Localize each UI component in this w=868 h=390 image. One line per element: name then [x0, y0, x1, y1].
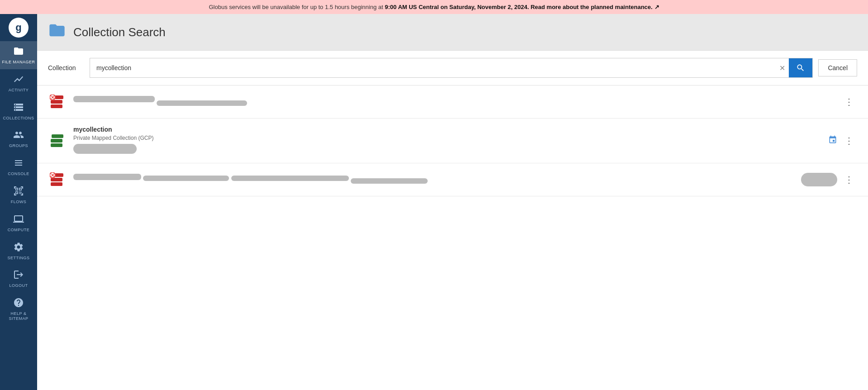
collection-tag — [73, 144, 137, 154]
collection-row: ✕ ⋮ — [37, 163, 868, 196]
redacted-type — [143, 176, 229, 181]
svg-rect-2 — [51, 105, 62, 108]
collection-actions: ⋮ — [841, 95, 857, 109]
page-title: Collection Search — [73, 25, 166, 39]
sidebar-item-label: FILE MANAGER — [2, 60, 35, 65]
collection-row: mycollection Private Mapped Collection (… — [37, 119, 868, 163]
settings-icon — [13, 242, 24, 254]
results-area: ✕ ⋮ — [37, 86, 868, 390]
svg-text:✕: ✕ — [51, 95, 54, 100]
svg-rect-1 — [51, 100, 62, 104]
collections-icon — [13, 102, 24, 114]
more-options-button[interactable]: ⋮ — [841, 172, 857, 187]
collection-info — [73, 96, 834, 108]
collection-icon — [48, 132, 66, 150]
collection-row: ✕ ⋮ — [37, 86, 868, 119]
clear-search-button[interactable]: ✕ — [776, 60, 789, 76]
content-area: Collection Search Collection ✕ Cancel — [37, 14, 868, 390]
banner-time: 9:00 AM US Central on Saturday, November… — [385, 4, 529, 10]
collection-actions: ⋮ — [828, 133, 857, 148]
svg-rect-11 — [51, 182, 62, 186]
help-icon — [13, 297, 24, 309]
collection-actions: ⋮ — [801, 172, 857, 187]
more-options-button[interactable]: ⋮ — [841, 133, 857, 148]
search-button[interactable] — [789, 58, 812, 77]
sidebar-item-label: ACTIVITY — [9, 88, 29, 93]
page-header-icon — [48, 21, 66, 43]
file-manager-icon — [13, 46, 24, 58]
sidebar-item-flows[interactable]: FLOWS — [0, 181, 37, 209]
collection-info — [73, 174, 794, 185]
sidebar-item-help[interactable]: HELP & SITEMAP — [0, 293, 37, 326]
search-input-wrapper: ✕ — [90, 58, 813, 78]
redacted-sub — [231, 176, 349, 181]
redacted-sub2 — [351, 178, 428, 184]
flows-icon — [13, 185, 24, 198]
more-options-button[interactable]: ⋮ — [841, 95, 857, 109]
sidebar-item-file-manager[interactable]: FILE MANAGER — [0, 41, 37, 69]
svg-rect-6 — [52, 134, 63, 138]
redacted-tag — [801, 173, 837, 186]
sidebar-item-groups[interactable]: GROUPS — [0, 125, 37, 153]
collection-info: mycollection Private Mapped Collection (… — [73, 126, 821, 156]
svg-rect-8 — [51, 143, 62, 147]
compute-icon — [13, 214, 24, 226]
search-label: Collection — [48, 64, 84, 71]
collection-type: Private Mapped Collection (GCP) — [73, 135, 821, 141]
logout-icon — [13, 269, 24, 281]
sidebar-item-label: GROUPS — [9, 143, 28, 148]
sidebar-item-console[interactable]: CONSOLE — [0, 153, 37, 181]
svg-rect-7 — [51, 139, 62, 143]
groups-icon — [13, 129, 24, 142]
sidebar-item-label: LOGOUT — [9, 283, 28, 288]
redacted-type — [157, 100, 247, 106]
sidebar-item-activity[interactable]: ACTIVITY — [0, 69, 37, 97]
sidebar-item-label: COLLECTIONS — [3, 116, 34, 121]
banner-link[interactable]: Read more about the planned maintenance.… — [530, 4, 659, 10]
maintenance-banner: Globus services will be unavailable for … — [0, 0, 868, 14]
svg-text:✕: ✕ — [51, 173, 54, 178]
logo-circle: g — [9, 18, 29, 38]
sidebar-item-logout[interactable]: LOGOUT — [0, 265, 37, 293]
sidebar-item-settings[interactable]: SETTINGS — [0, 237, 37, 265]
sidebar-item-label: FLOWS — [11, 200, 27, 205]
sidebar-item-label: SETTINGS — [7, 256, 29, 261]
redacted-name — [73, 96, 155, 102]
collection-icon: ✕ — [48, 93, 66, 111]
sidebar-item-label: COMPUTE — [8, 228, 30, 233]
collection-icon: ✕ — [48, 171, 66, 189]
activity-icon — [13, 74, 24, 86]
svg-rect-10 — [51, 178, 62, 181]
sidebar-logo[interactable]: g — [0, 14, 37, 41]
pin-icon — [828, 135, 837, 147]
search-area: Collection ✕ Cancel — [37, 51, 868, 86]
sidebar-item-collections[interactable]: COLLECTIONS — [0, 97, 37, 125]
console-icon — [13, 157, 24, 170]
sidebar: g FILE MANAGER ACTIVITY — [0, 14, 37, 390]
collection-name: mycollection — [73, 126, 821, 133]
redacted-name — [73, 174, 141, 180]
page-header: Collection Search — [37, 14, 868, 51]
search-input[interactable] — [90, 60, 776, 76]
sidebar-item-compute[interactable]: COMPUTE — [0, 209, 37, 237]
banner-text: Globus services will be unavailable for … — [209, 4, 659, 10]
sidebar-item-label: CONSOLE — [8, 171, 29, 176]
main-layout: g FILE MANAGER ACTIVITY — [0, 14, 868, 390]
cancel-button[interactable]: Cancel — [818, 59, 857, 76]
sidebar-item-label: HELP & SITEMAP — [2, 311, 35, 321]
